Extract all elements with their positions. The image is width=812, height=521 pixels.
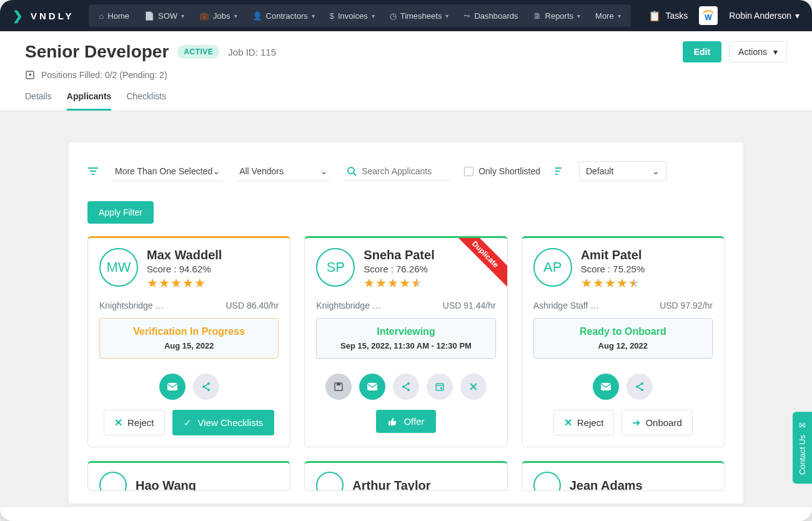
workday-icon[interactable]: W [699,6,718,25]
chevron-down-icon: ▾ [181,12,184,19]
search-input[interactable] [362,166,448,176]
main-panel: More Than One Selected ⌄ All Vendors ⌄ O… [69,142,743,504]
tab-details[interactable]: Details [25,91,52,111]
chevron-down-icon: ▾ [445,12,448,19]
status-label: Interviewing [322,326,490,337]
svg-point-5 [348,167,354,174]
user-name: Robin Anderson [729,11,791,21]
applicant-name[interactable]: Jean Adams [570,479,643,492]
share-button[interactable] [626,374,653,400]
shortlisted-label: Only Shortlisted [478,166,540,176]
filter-status-dropdown[interactable]: More Than One Selected ⌄ [112,162,223,181]
chevron-down-icon: ▾ [234,12,237,19]
applicant-score: Score : 75.25% [581,264,645,274]
email-button[interactable] [593,374,619,400]
chevron-down-icon: ▾ [577,12,580,19]
nav-timesheets[interactable]: ◷Timesheets▾ [382,4,457,27]
rate: USD 86.40/hr [226,300,279,310]
nav-dashboards[interactable]: ⤳Dashboards [456,4,525,27]
svg-line-14 [204,384,207,386]
applicant-name[interactable]: Sneha Patel [364,248,434,262]
status-date: Sep 15, 2022, 11:30 AM - 12:30 PM [322,341,490,350]
nav-reports[interactable]: 🗎Reports▾ [526,4,588,27]
vendor-name: Ashridge Staff … [533,300,600,310]
avatar: SP [316,248,355,287]
share-button[interactable] [393,374,419,400]
svg-rect-25 [440,387,442,389]
calendar-button[interactable] [427,374,453,400]
logo: ❯ VNDLY [12,8,84,23]
email-button[interactable] [159,374,186,400]
edit-button[interactable]: Edit [683,41,721,62]
filter-status-label: More Than One Selected [115,166,212,176]
svg-text:W: W [705,13,713,22]
share-button[interactable] [193,374,219,400]
page-header: Senior Developer ACTIVE Job ID: 115 Edit… [0,31,812,80]
nav-more[interactable]: More▾ [588,4,628,27]
tab-checklists[interactable]: Checklists [126,91,166,111]
checkbox-icon[interactable] [464,167,473,176]
shortlisted-filter[interactable]: Only Shortlisted [464,166,540,176]
applicant-card: Jean Adams [522,461,725,491]
tab-applicants[interactable]: Applicants [67,91,112,111]
onboard-button[interactable]: ➜Onboard [621,410,692,435]
applicant-card: Hao Wang [87,461,290,491]
contact-us-tab[interactable]: Contact Us ✉ [793,412,812,484]
positions-text: Positions Filled: 0/2 (Pending: 2) [41,70,167,80]
sort-dropdown[interactable]: Default ⌄ [579,161,666,181]
apply-filter-button[interactable]: Apply Filter [87,201,154,224]
offer-button[interactable]: Offer [376,410,435,433]
dollar-icon: $ [330,11,334,21]
actions-button[interactable]: Actions ▾ [729,41,787,62]
close-icon: ✕ [564,417,572,429]
search-wrapper [344,162,450,181]
filter-icon[interactable] [87,167,99,176]
svg-rect-23 [436,384,443,390]
nav-sow[interactable]: 📄SOW▾ [137,4,192,27]
nav-jobs[interactable]: 💼Jobs▾ [192,4,244,27]
cancel-button[interactable] [460,374,487,400]
svg-line-15 [204,387,207,389]
person-icon: 👤 [252,11,262,21]
reject-button[interactable]: ✕Reject [104,410,165,435]
arrow-right-icon: ➜ [632,417,640,429]
status-date: Aug 12, 2022 [539,341,707,350]
nav-contractors[interactable]: 👤Contractors▾ [245,4,322,27]
email-button[interactable] [359,374,385,400]
sort-icon[interactable] [554,167,565,176]
nav-reports-label: Reports [545,11,574,21]
tasks-link[interactable]: 📋 Tasks [648,10,688,22]
clipboard-icon: 📋 [648,10,661,22]
applicant-name[interactable]: Hao Wang [136,479,196,492]
svg-rect-10 [167,383,177,390]
nav-home-label: Home [107,11,129,21]
svg-line-32 [638,384,641,386]
status-box: Ready to Onboard Aug 12, 2022 [533,318,713,359]
clock-icon: ◷ [390,11,397,21]
applicant-name[interactable]: Max Waddell [147,248,222,262]
applicant-name[interactable]: Amit Patel [581,248,645,262]
doc-icon: 📄 [144,11,154,21]
save-button[interactable] [325,374,352,400]
nav-contractors-label: Contractors [266,11,308,21]
view-checklists-button[interactable]: ✓View Checklists [172,410,275,435]
status-label: Ready to Onboard [539,326,707,337]
nav-home[interactable]: ⌂Home [91,4,137,27]
nav-invoices[interactable]: $Invoices▾ [322,4,382,27]
chevron-down-icon: ⌄ [320,166,328,177]
chevron-down-icon: ▾ [795,11,800,21]
tabs: Details Applicants Checklists [0,80,812,111]
check-icon: ✓ [184,417,192,429]
content-body: More Than One Selected ⌄ All Vendors ⌄ O… [0,111,812,507]
reject-button[interactable]: ✕Reject [553,410,615,435]
actions-label: Actions [738,47,767,57]
thumbs-up-icon [387,417,397,427]
avatar: AP [533,248,572,287]
svg-rect-16 [337,383,340,385]
svg-line-6 [354,173,356,176]
report-icon: 🗎 [533,11,542,21]
filter-vendor-dropdown[interactable]: All Vendors ⌄ [237,162,330,181]
applicant-name[interactable]: Arthur Taylor [352,479,430,492]
user-menu[interactable]: Robin Anderson ▾ [729,11,800,21]
reject-label: Reject [577,417,604,428]
